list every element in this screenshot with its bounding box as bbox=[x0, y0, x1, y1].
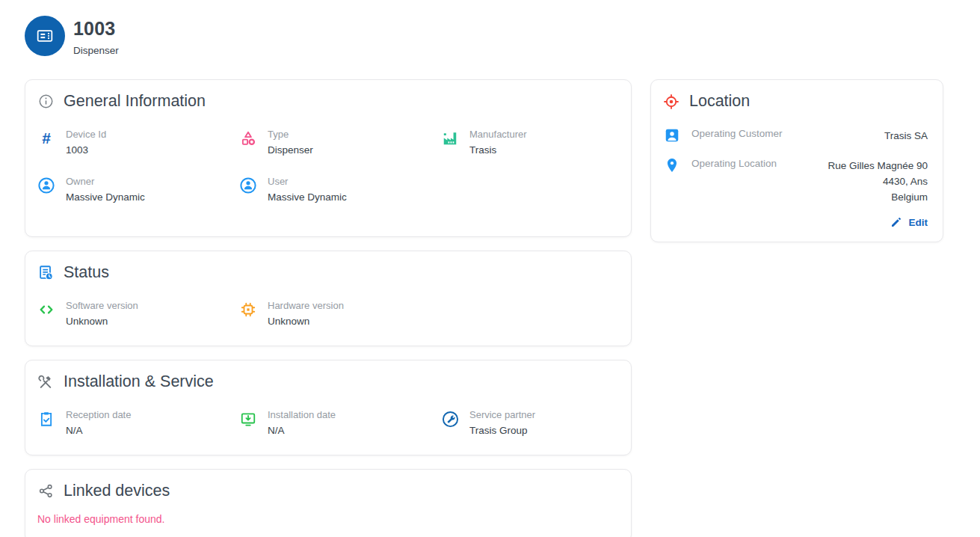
edit-location-button[interactable]: Edit bbox=[663, 216, 928, 228]
shapes-icon bbox=[239, 129, 257, 147]
field-value: 1003 bbox=[66, 144, 106, 156]
status-card: Status Software version Unknown bbox=[25, 251, 632, 346]
address-block: Rue Gilles Magnée 90 4430, Ans Belgium bbox=[828, 156, 928, 205]
row-label: Operating Customer bbox=[691, 126, 783, 139]
factory-icon bbox=[441, 129, 459, 147]
chip-icon bbox=[239, 301, 257, 319]
field-label: Installation date bbox=[268, 409, 336, 421]
account-box-icon bbox=[663, 126, 681, 144]
field-value: N/A bbox=[66, 425, 131, 437]
monitor-download-icon bbox=[239, 410, 257, 428]
edit-label: Edit bbox=[909, 217, 928, 228]
map-pin-icon bbox=[663, 156, 681, 174]
card-title: Linked devices bbox=[64, 482, 170, 500]
field-value: Trasis Group bbox=[469, 425, 535, 437]
field-owner: Owner Massive Dynamic bbox=[37, 176, 239, 203]
field-type: Type Dispenser bbox=[239, 129, 441, 156]
card-title: General Information bbox=[64, 92, 206, 111]
field-value: Massive Dynamic bbox=[268, 191, 347, 203]
row-value: Trasis SA bbox=[884, 126, 928, 144]
field-label: Reception date bbox=[66, 409, 131, 421]
field-software-version: Software version Unknown bbox=[37, 300, 239, 328]
status-report-clock-icon bbox=[37, 265, 54, 281]
field-installation-date: Installation date N/A bbox=[239, 409, 441, 437]
field-reception-date: Reception date N/A bbox=[37, 409, 239, 437]
dispenser-device-icon bbox=[34, 25, 55, 46]
location-card: Location Operating Customer Trasis SA bbox=[650, 79, 943, 242]
field-label: Manufacturer bbox=[469, 129, 527, 141]
device-avatar bbox=[25, 16, 65, 56]
field-manufacturer: Manufacturer Trasis bbox=[441, 129, 616, 156]
row-label: Operating Location bbox=[691, 156, 777, 169]
person-circle-icon bbox=[239, 177, 257, 194]
clipboard-check-icon bbox=[37, 410, 55, 428]
person-circle-icon bbox=[37, 177, 55, 194]
field-label: Device Id bbox=[66, 129, 106, 141]
field-device-id: # Device Id 1003 bbox=[37, 129, 239, 156]
field-value: Trasis bbox=[469, 144, 527, 156]
share-icon bbox=[37, 483, 54, 500]
field-service-partner: Service partner Trasis Group bbox=[441, 409, 616, 437]
operating-customer-row: Operating Customer Trasis SA bbox=[663, 126, 928, 144]
field-label: Software version bbox=[66, 300, 138, 312]
address-line: Belgium bbox=[891, 191, 928, 203]
page-title: 1003 bbox=[73, 18, 119, 40]
wrench-circle-icon bbox=[441, 410, 459, 428]
field-label: Type bbox=[268, 129, 313, 141]
field-value: Massive Dynamic bbox=[66, 191, 145, 203]
page-subtitle: Dispenser bbox=[73, 45, 119, 56]
pencil-icon bbox=[890, 216, 902, 228]
address-line: 4430, Ans bbox=[883, 176, 928, 187]
field-hardware-version: Hardware version Unknown bbox=[239, 300, 616, 328]
device-detail-page: 1003 Dispenser General Information bbox=[0, 0, 980, 537]
address-line: Rue Gilles Magnée 90 bbox=[828, 160, 928, 171]
field-value: Dispenser bbox=[268, 144, 313, 156]
tools-icon bbox=[37, 374, 54, 390]
field-label: Service partner bbox=[469, 409, 535, 421]
field-label: User bbox=[268, 176, 347, 188]
card-title: Installation & Service bbox=[64, 372, 214, 391]
target-icon bbox=[663, 93, 679, 110]
field-value: Unknown bbox=[66, 316, 138, 328]
info-icon bbox=[37, 93, 54, 110]
installation-service-card: Installation & Service Reception date bbox=[25, 360, 632, 455]
code-icon bbox=[37, 301, 55, 319]
field-user: User Massive Dynamic bbox=[239, 176, 441, 203]
operating-location-row: Operating Location Rue Gilles Magnée 90 … bbox=[663, 156, 928, 205]
general-information-card: General Information # Device Id 1003 bbox=[25, 79, 632, 237]
field-value: N/A bbox=[268, 425, 336, 437]
page-header: 1003 Dispenser bbox=[25, 16, 980, 56]
field-value: Unknown bbox=[268, 316, 344, 328]
linked-devices-card: Linked devices No linked equipment found… bbox=[25, 469, 632, 537]
field-label: Hardware version bbox=[268, 300, 344, 312]
hash-icon: # bbox=[37, 129, 55, 147]
no-linked-equipment-message: No linked equipment found. bbox=[37, 513, 616, 525]
field-label: Owner bbox=[66, 176, 145, 188]
card-title: Status bbox=[64, 263, 109, 282]
card-title: Location bbox=[689, 92, 750, 111]
